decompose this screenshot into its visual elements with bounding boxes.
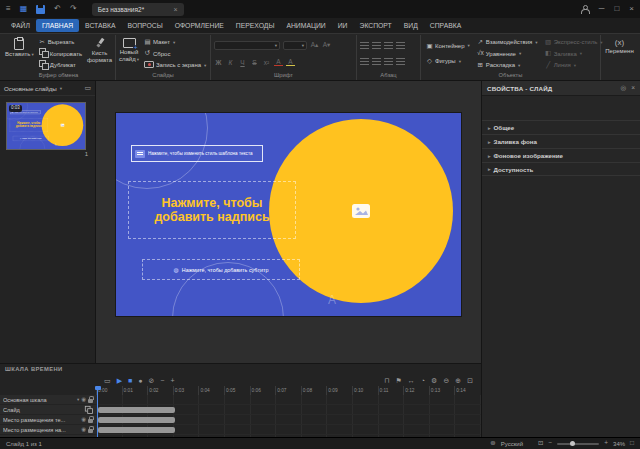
zoom-in-icon[interactable]: ⊕ [455, 377, 461, 384]
stop-button[interactable]: ■ [128, 377, 132, 384]
tab-home[interactable]: ГЛАВНАЯ [36, 19, 79, 32]
align-center-icon[interactable] [372, 58, 381, 65]
timeline-settings-icon[interactable]: ⚙ [431, 377, 437, 384]
numbered-list-icon[interactable] [372, 42, 381, 49]
title-placeholder[interactable]: Нажмите, чтобы добавить надпись [128, 181, 296, 239]
snap-icon[interactable]: ⊓ [384, 377, 389, 384]
minimize-icon[interactable]: ─ [599, 0, 605, 18]
record-button[interactable]: ● [138, 377, 142, 384]
shapes-button[interactable]: ◇Фигуры▾ [424, 56, 472, 67]
language-selector[interactable]: Русский [501, 441, 523, 447]
tab-view[interactable]: ВИД [398, 19, 424, 32]
fill-button[interactable]: ◧Заливка▾ [543, 48, 605, 59]
image-placeholder-icon[interactable] [352, 204, 370, 218]
font-family-select[interactable]: ▾ [214, 41, 280, 50]
panel-close-icon[interactable]: × [631, 84, 635, 92]
decrease-indent-icon[interactable] [384, 42, 393, 49]
new-slide-button[interactable]: Новый слайд▾ [119, 36, 139, 71]
tab-close-icon[interactable]: × [174, 6, 178, 13]
track-placeholder-title[interactable]: Место размещения на... ◉ [0, 425, 96, 435]
screen-record-button[interactable]: Запись с экрана▾ [142, 60, 208, 71]
decrease-font-button[interactable]: А▾ [322, 40, 331, 50]
slide-editor[interactable]: Нажмите, чтобы изменить стиль шаблона те… [116, 113, 461, 316]
paste-button[interactable]: Вставить▾ [5, 36, 34, 71]
playhead[interactable] [97, 386, 98, 437]
layout-grid-button[interactable]: ⊞Раскладка▾ [475, 60, 540, 71]
timeline-clip[interactable] [98, 427, 175, 433]
account-icon[interactable] [580, 5, 589, 14]
tab-design[interactable]: ОФОРМЛЕНИЕ [169, 19, 230, 32]
duration-icon[interactable]: ◔ [421, 377, 425, 384]
visibility-icon[interactable]: ◉ [81, 427, 86, 433]
line-button[interactable]: ╱Линия▾ [543, 60, 605, 71]
fullscreen-icon[interactable]: □ [630, 440, 634, 447]
align-left-icon[interactable] [360, 58, 369, 65]
copy-button[interactable]: Копировать [37, 48, 84, 59]
format-brush-button[interactable]: Кисть формата [87, 36, 112, 71]
visibility-icon[interactable]: ◉ [81, 397, 86, 403]
editor-canvas[interactable]: Нажмите, чтобы изменить стиль шаблона те… [96, 81, 481, 363]
variables-button[interactable]: (х) Переменн [604, 36, 635, 71]
layout-button[interactable]: ▤Макет▾ [142, 37, 208, 48]
track-slide[interactable]: Слайд [0, 405, 96, 415]
section-background-fill[interactable]: ▸ Заливка фона [482, 134, 640, 148]
lock-icon[interactable] [88, 419, 93, 423]
fit-timeline-icon[interactable]: ⊡ [467, 377, 473, 384]
timeline-clip[interactable] [98, 407, 175, 413]
section-general[interactable]: ▸ Общее [482, 120, 640, 134]
zoom-out-button[interactable]: − [548, 440, 552, 447]
increase-font-button[interactable]: А▴ [310, 40, 319, 50]
track-lane[interactable] [96, 415, 481, 425]
italic-button[interactable]: К [226, 57, 235, 67]
track-lane[interactable] [96, 395, 481, 405]
tab-insert[interactable]: ВСТАВКА [79, 19, 121, 32]
line-spacing-icon[interactable] [396, 58, 405, 65]
timeline-zoom-out-icon[interactable]: − [160, 377, 164, 384]
section-background-image[interactable]: ▸ Фоновое изображение [482, 148, 640, 162]
align-right-icon[interactable] [384, 58, 393, 65]
slides-panel-header[interactable]: Основные слайды ▾ ▭ [0, 81, 95, 96]
tab-ai[interactable]: ИИ [332, 19, 354, 32]
track-main-scale[interactable]: Основная шкала ▾ ◉ [0, 395, 96, 405]
container-button[interactable]: ▣Контейнер▾ [424, 40, 472, 51]
reset-button[interactable]: ↺Сброс [142, 48, 208, 59]
track-area[interactable] [96, 395, 481, 437]
zoom-slider-handle[interactable] [570, 441, 575, 446]
timeline-clip[interactable] [98, 417, 175, 423]
zoom-in-button[interactable]: + [604, 440, 608, 447]
visibility-icon[interactable]: ◉ [81, 417, 86, 423]
duplicate-button[interactable]: Дубликат [37, 60, 84, 71]
section-accessibility[interactable]: ▸ Доступность [482, 162, 640, 176]
track-lane[interactable] [96, 405, 481, 415]
tab-file[interactable]: ФАЙЛ [5, 19, 36, 32]
zoom-level[interactable]: 34% [613, 441, 625, 447]
document-tab[interactable]: Без названия2* × [92, 3, 184, 16]
underline-button[interactable]: Ч [238, 57, 247, 67]
fit-slide-icon[interactable]: ⊡ [538, 440, 543, 447]
preview-icon[interactable]: ▭ [104, 377, 111, 384]
close-icon[interactable]: × [629, 0, 634, 18]
highlight-button[interactable]: А [286, 58, 295, 66]
disable-icon[interactable]: ⊘ [148, 377, 154, 384]
undo-icon[interactable]: ↶ [54, 0, 61, 18]
increase-indent-icon[interactable] [396, 42, 405, 49]
tab-questions[interactable]: ВОПРОСЫ [122, 19, 169, 32]
monitor-icon[interactable]: ▭ [84, 84, 91, 92]
bullet-list-icon[interactable] [360, 42, 369, 49]
tab-animations[interactable]: АНИМАЦИИ [280, 19, 331, 32]
track-placeholder-text[interactable]: Место размещения те... ◉ [0, 415, 96, 425]
marker-icon[interactable]: ⚑ [396, 377, 402, 384]
template-style-placeholder[interactable]: Нажмите, чтобы изменить стиль шаблона те… [131, 145, 263, 162]
play-button[interactable]: ▶ [117, 377, 122, 384]
track-lane[interactable] [96, 425, 481, 435]
zoom-slider[interactable] [557, 443, 599, 445]
interactions-button[interactable]: ↗Взаимодействия▾ [475, 37, 540, 48]
bold-button[interactable]: Ж [214, 57, 223, 67]
slide-thumbnail[interactable]: 0:03 Нажмите, чтобы изменить сти [6, 102, 86, 150]
pin-icon[interactable]: ◎ [621, 84, 627, 92]
font-color-button[interactable]: А [274, 58, 283, 66]
equation-button[interactable]: √xУравнение▾ [475, 48, 540, 59]
maximize-icon[interactable]: □ [614, 0, 619, 18]
express-style-button[interactable]: ▧Экспресс-стиль▾ [543, 37, 605, 48]
timeline-zoom-in-icon[interactable]: + [170, 377, 174, 384]
